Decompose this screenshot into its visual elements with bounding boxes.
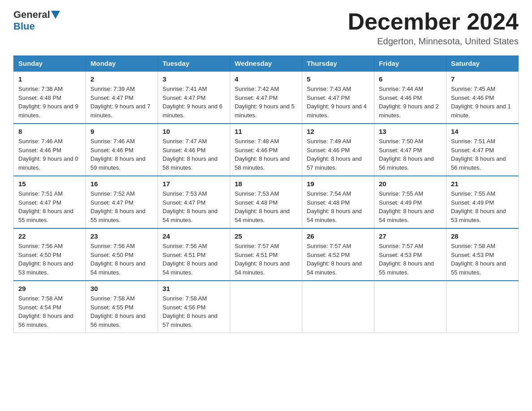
calendar-cell: 25 Sunrise: 7:57 AMSunset: 4:51 PMDaylig… — [230, 228, 302, 281]
day-number: 5 — [307, 75, 369, 83]
header-wednesday: Wednesday — [230, 56, 302, 72]
day-number: 17 — [163, 180, 225, 188]
calendar-cell: 13 Sunrise: 7:50 AMSunset: 4:47 PMDaylig… — [374, 124, 446, 176]
day-info: Sunrise: 7:42 AMSunset: 4:47 PMDaylight:… — [235, 86, 295, 119]
day-info: Sunrise: 7:50 AMSunset: 4:47 PMDaylight:… — [379, 138, 434, 171]
calendar-cell: 14 Sunrise: 7:51 AMSunset: 4:47 PMDaylig… — [446, 124, 519, 176]
week-row-4: 22 Sunrise: 7:56 AMSunset: 4:50 PMDaylig… — [14, 228, 519, 281]
header-monday: Monday — [86, 56, 158, 72]
day-number: 4 — [235, 75, 297, 83]
day-number: 13 — [379, 128, 442, 135]
day-number: 22 — [18, 232, 81, 240]
day-number: 25 — [235, 232, 297, 240]
logo-general-text: General — [13, 9, 50, 21]
day-info: Sunrise: 7:56 AMSunset: 4:50 PMDaylight:… — [90, 243, 146, 276]
calendar-cell: 11 Sunrise: 7:48 AMSunset: 4:46 PMDaylig… — [230, 124, 302, 176]
day-number: 3 — [163, 75, 225, 83]
week-row-5: 29 Sunrise: 7:58 AMSunset: 4:54 PMDaylig… — [14, 281, 519, 333]
calendar-cell — [446, 281, 519, 333]
calendar-cell: 24 Sunrise: 7:56 AMSunset: 4:51 PMDaylig… — [158, 228, 230, 281]
calendar-cell: 4 Sunrise: 7:42 AMSunset: 4:47 PMDayligh… — [230, 71, 302, 124]
day-number: 7 — [451, 75, 514, 83]
day-info: Sunrise: 7:57 AMSunset: 4:51 PMDaylight:… — [235, 243, 290, 276]
day-info: Sunrise: 7:53 AMSunset: 4:47 PMDaylight:… — [163, 190, 218, 223]
day-info: Sunrise: 7:58 AMSunset: 4:54 PMDaylight:… — [18, 295, 73, 328]
location-subtitle: Edgerton, Minnesota, United States — [348, 36, 519, 47]
calendar-cell: 2 Sunrise: 7:39 AMSunset: 4:47 PMDayligh… — [86, 71, 158, 124]
day-number: 19 — [307, 180, 369, 188]
week-row-2: 8 Sunrise: 7:46 AMSunset: 4:46 PMDayligh… — [14, 124, 519, 176]
day-number: 20 — [379, 180, 442, 188]
page-header: General Blue December 2024 Edgerton, Min… — [13, 9, 519, 47]
calendar-cell: 19 Sunrise: 7:54 AMSunset: 4:48 PMDaylig… — [302, 176, 374, 228]
calendar-cell: 8 Sunrise: 7:46 AMSunset: 4:46 PMDayligh… — [14, 124, 86, 176]
calendar-cell — [230, 281, 302, 333]
calendar-cell — [302, 281, 374, 333]
calendar-cell: 5 Sunrise: 7:43 AMSunset: 4:47 PMDayligh… — [302, 71, 374, 124]
day-info: Sunrise: 7:53 AMSunset: 4:48 PMDaylight:… — [235, 190, 290, 223]
calendar-cell: 28 Sunrise: 7:58 AMSunset: 4:53 PMDaylig… — [446, 228, 519, 281]
day-info: Sunrise: 7:47 AMSunset: 4:46 PMDaylight:… — [163, 138, 218, 171]
day-info: Sunrise: 7:39 AMSunset: 4:47 PMDaylight:… — [90, 86, 150, 119]
calendar-table: Sunday Monday Tuesday Wednesday Thursday… — [13, 56, 519, 333]
day-info: Sunrise: 7:46 AMSunset: 4:46 PMDaylight:… — [18, 138, 78, 171]
calendar-cell: 6 Sunrise: 7:44 AMSunset: 4:46 PMDayligh… — [374, 71, 446, 124]
day-info: Sunrise: 7:56 AMSunset: 4:50 PMDaylight:… — [18, 243, 73, 276]
day-info: Sunrise: 7:38 AMSunset: 4:48 PMDaylight:… — [18, 86, 78, 119]
header-thursday: Thursday — [302, 56, 374, 72]
day-number: 14 — [451, 128, 514, 135]
calendar-cell: 18 Sunrise: 7:53 AMSunset: 4:48 PMDaylig… — [230, 176, 302, 228]
day-number: 16 — [90, 180, 153, 188]
day-info: Sunrise: 7:51 AMSunset: 4:47 PMDaylight:… — [18, 190, 73, 223]
day-info: Sunrise: 7:44 AMSunset: 4:46 PMDaylight:… — [379, 86, 439, 119]
day-number: 23 — [90, 232, 153, 240]
calendar-cell: 29 Sunrise: 7:58 AMSunset: 4:54 PMDaylig… — [14, 281, 86, 333]
month-title: December 2024 — [348, 9, 519, 34]
calendar-cell: 16 Sunrise: 7:52 AMSunset: 4:47 PMDaylig… — [86, 176, 158, 228]
day-info: Sunrise: 7:51 AMSunset: 4:47 PMDaylight:… — [451, 138, 506, 171]
day-number: 31 — [163, 285, 225, 292]
calendar-cell: 23 Sunrise: 7:56 AMSunset: 4:50 PMDaylig… — [86, 228, 158, 281]
day-number: 11 — [235, 128, 297, 135]
calendar-cell: 21 Sunrise: 7:55 AMSunset: 4:49 PMDaylig… — [446, 176, 519, 228]
day-number: 27 — [379, 232, 442, 240]
calendar-cell: 7 Sunrise: 7:45 AMSunset: 4:46 PMDayligh… — [446, 71, 519, 124]
day-info: Sunrise: 7:41 AMSunset: 4:47 PMDaylight:… — [163, 86, 223, 119]
day-number: 8 — [18, 128, 81, 135]
day-info: Sunrise: 7:58 AMSunset: 4:55 PMDaylight:… — [90, 295, 146, 328]
logo: General — [13, 9, 61, 21]
day-number: 30 — [90, 285, 153, 292]
day-number: 24 — [163, 232, 225, 240]
header-friday: Friday — [374, 56, 446, 72]
calendar-cell: 1 Sunrise: 7:38 AMSunset: 4:48 PMDayligh… — [14, 71, 86, 124]
day-number: 1 — [18, 75, 81, 83]
header-tuesday: Tuesday — [158, 56, 230, 72]
day-number: 26 — [307, 232, 369, 240]
day-info: Sunrise: 7:56 AMSunset: 4:51 PMDaylight:… — [163, 243, 218, 276]
day-info: Sunrise: 7:46 AMSunset: 4:46 PMDaylight:… — [90, 138, 146, 171]
day-number: 21 — [451, 180, 514, 188]
calendar-cell: 3 Sunrise: 7:41 AMSunset: 4:47 PMDayligh… — [158, 71, 230, 124]
day-number: 2 — [90, 75, 153, 83]
day-info: Sunrise: 7:57 AMSunset: 4:53 PMDaylight:… — [379, 243, 434, 276]
day-number: 18 — [235, 180, 297, 188]
calendar-cell — [374, 281, 446, 333]
day-info: Sunrise: 7:54 AMSunset: 4:48 PMDaylight:… — [307, 190, 362, 223]
calendar-cell: 10 Sunrise: 7:47 AMSunset: 4:46 PMDaylig… — [158, 124, 230, 176]
day-info: Sunrise: 7:58 AMSunset: 4:53 PMDaylight:… — [451, 243, 506, 276]
calendar-cell: 9 Sunrise: 7:46 AMSunset: 4:46 PMDayligh… — [86, 124, 158, 176]
calendar-cell: 22 Sunrise: 7:56 AMSunset: 4:50 PMDaylig… — [14, 228, 86, 281]
calendar-cell: 26 Sunrise: 7:57 AMSunset: 4:52 PMDaylig… — [302, 228, 374, 281]
calendar-cell: 17 Sunrise: 7:53 AMSunset: 4:47 PMDaylig… — [158, 176, 230, 228]
header-saturday: Saturday — [446, 56, 519, 72]
logo-area: General Blue — [13, 9, 61, 32]
logo-arrow-icon — [51, 11, 60, 19]
week-row-3: 15 Sunrise: 7:51 AMSunset: 4:47 PMDaylig… — [14, 176, 519, 228]
calendar-cell: 30 Sunrise: 7:58 AMSunset: 4:55 PMDaylig… — [86, 281, 158, 333]
day-info: Sunrise: 7:55 AMSunset: 4:49 PMDaylight:… — [379, 190, 434, 223]
calendar-cell: 20 Sunrise: 7:55 AMSunset: 4:49 PMDaylig… — [374, 176, 446, 228]
calendar-cell: 27 Sunrise: 7:57 AMSunset: 4:53 PMDaylig… — [374, 228, 446, 281]
day-info: Sunrise: 7:58 AMSunset: 4:56 PMDaylight:… — [163, 295, 218, 328]
day-number: 10 — [163, 128, 225, 135]
day-number: 28 — [451, 232, 514, 240]
